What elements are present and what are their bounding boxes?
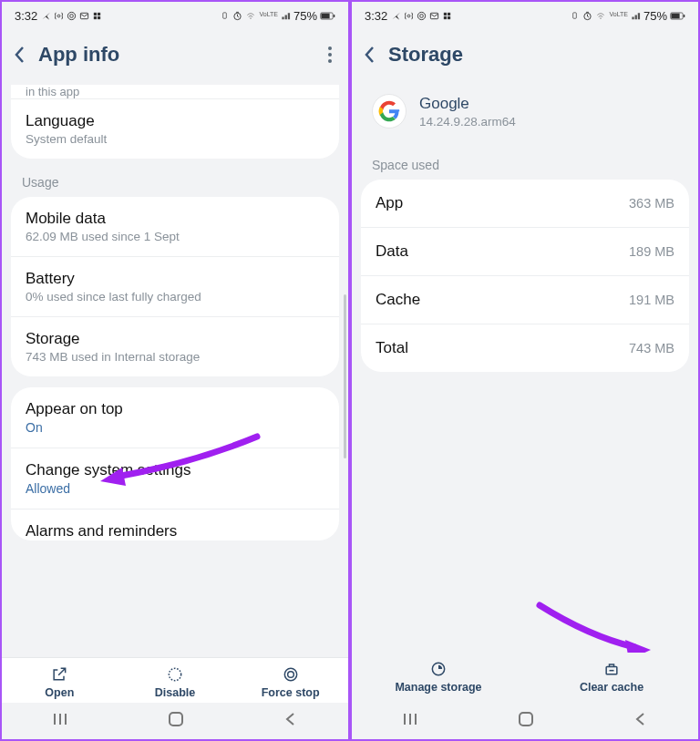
nav-home[interactable] — [168, 711, 184, 731]
status-bar: 3:32 VoLTE 75% — [352, 2, 698, 26]
nav-home[interactable] — [518, 711, 534, 731]
svg-point-16 — [287, 672, 293, 678]
language-item[interactable]: Language System default — [11, 98, 339, 159]
status-system-icons: VoLTE — [570, 11, 641, 21]
header-title: Storage — [388, 43, 463, 67]
appear-on-top-item[interactable]: Appear on top On — [11, 387, 339, 448]
item-title: Appear on top — [26, 400, 324, 418]
action-label: Manage storage — [395, 681, 481, 694]
mobile-data-item[interactable]: Mobile data 62.09 MB used since 1 Sept — [11, 197, 339, 256]
phone-right: 3:32 VoLTE 75% Storage — [350, 0, 700, 741]
nav-back[interactable] — [283, 712, 298, 730]
row-val: 743 MB — [629, 341, 674, 355]
app-name: Google — [419, 95, 516, 113]
action-label: Open — [45, 686, 74, 699]
cut-off-text: in this app — [11, 85, 339, 98]
item-title: Alarms and reminders — [26, 522, 324, 540]
battery-item[interactable]: Battery 0% used since last fully charged — [11, 256, 339, 316]
change-system-settings-item[interactable]: Change system settings Allowed — [11, 448, 339, 509]
row-key: Data — [376, 242, 408, 261]
force-stop-icon — [282, 665, 300, 684]
nav-recents[interactable] — [402, 712, 418, 730]
svg-point-19 — [418, 12, 426, 19]
alarms-item[interactable]: Alarms and reminders — [11, 509, 339, 540]
clear-cache-button[interactable]: Clear cache — [525, 660, 698, 694]
item-title: Change system settings — [26, 461, 324, 479]
item-title: Mobile data — [26, 210, 324, 228]
space-cache-row: Cache 191 MB — [361, 275, 689, 324]
svg-rect-5 — [98, 13, 100, 15]
svg-rect-25 — [448, 16, 450, 19]
scrollbar[interactable] — [344, 294, 346, 458]
bottom-actions: Open Disable Force stop — [2, 657, 348, 703]
disable-button[interactable]: Disable — [118, 665, 233, 699]
svg-point-15 — [284, 668, 296, 680]
space-data-row: Data 189 MB — [361, 227, 689, 275]
row-val: 189 MB — [629, 244, 674, 259]
app-header: App info — [2, 26, 348, 85]
item-title: Battery — [26, 270, 324, 288]
svg-point-14 — [169, 668, 180, 680]
manage-storage-button[interactable]: Manage storage — [352, 660, 525, 694]
svg-point-20 — [420, 15, 424, 18]
row-val: 363 MB — [629, 196, 674, 211]
back-button[interactable] — [365, 46, 376, 64]
svg-point-1 — [68, 12, 76, 19]
action-label: Clear cache — [580, 681, 643, 694]
item-sub: 62.09 MB used since 1 Sept — [26, 230, 324, 243]
content-area: in this app Language System default Usag… — [2, 85, 348, 657]
manage-storage-icon — [429, 660, 448, 678]
svg-marker-31 — [625, 640, 651, 653]
svg-rect-6 — [94, 16, 97, 19]
app-info-row: Google 14.24.9.28.arm64 — [352, 85, 698, 152]
item-sub: 0% used since last fully charged — [26, 290, 324, 304]
svg-point-18 — [407, 15, 410, 17]
row-key: Total — [376, 339, 408, 357]
svg-rect-4 — [94, 13, 97, 15]
svg-rect-7 — [98, 16, 100, 19]
item-sub: Allowed — [26, 481, 324, 496]
phone-left: 3:32 VoLTE 75% App info — [0, 0, 350, 741]
row-key: Cache — [376, 291, 420, 309]
svg-rect-8 — [223, 13, 227, 18]
nav-recents[interactable] — [52, 712, 68, 730]
svg-rect-17 — [170, 713, 182, 726]
status-time: 3:32 — [365, 9, 387, 23]
space-total-row: Total 743 MB — [361, 324, 689, 372]
battery-icon — [320, 11, 335, 21]
action-label: Disable — [155, 686, 195, 699]
section-usage-label: Usage — [2, 170, 348, 197]
svg-rect-23 — [448, 13, 450, 15]
app-version: 14.24.9.28.arm64 — [419, 115, 516, 129]
status-app-icons — [391, 11, 452, 21]
force-stop-button[interactable]: Force stop — [232, 665, 348, 699]
clear-cache-icon — [602, 660, 621, 678]
section-space-label: Space used — [352, 152, 698, 180]
status-battery-pct: 75% — [643, 9, 667, 23]
status-app-icons — [41, 11, 102, 21]
nav-bar — [352, 703, 698, 739]
item-sub: 743 MB used in Internal storage — [26, 350, 324, 364]
status-time: 3:32 — [15, 9, 37, 23]
space-app-row: App 363 MB — [361, 180, 689, 227]
header-title: App info — [38, 43, 119, 67]
item-title: Storage — [26, 330, 324, 348]
svg-point-2 — [70, 15, 74, 18]
open-icon — [50, 665, 68, 684]
row-key: App — [376, 194, 403, 212]
overflow-menu-button[interactable] — [328, 46, 332, 63]
app-header: Storage — [352, 26, 698, 85]
row-val: 191 MB — [629, 293, 674, 307]
svg-rect-29 — [671, 14, 679, 19]
status-system-icons: VoLTE — [220, 11, 291, 21]
nav-back[interactable] — [633, 712, 648, 730]
svg-rect-26 — [573, 13, 577, 18]
open-button[interactable]: Open — [2, 665, 118, 699]
storage-item[interactable]: Storage 743 MB used in Internal storage — [11, 316, 339, 376]
content-area: Google 14.24.9.28.arm64 Space used App 3… — [352, 85, 698, 653]
status-bar: 3:32 VoLTE 75% — [2, 2, 348, 26]
item-sub: On — [26, 420, 324, 435]
status-battery-pct: 75% — [293, 9, 317, 23]
svg-rect-24 — [444, 16, 447, 19]
back-button[interactable] — [15, 46, 26, 64]
